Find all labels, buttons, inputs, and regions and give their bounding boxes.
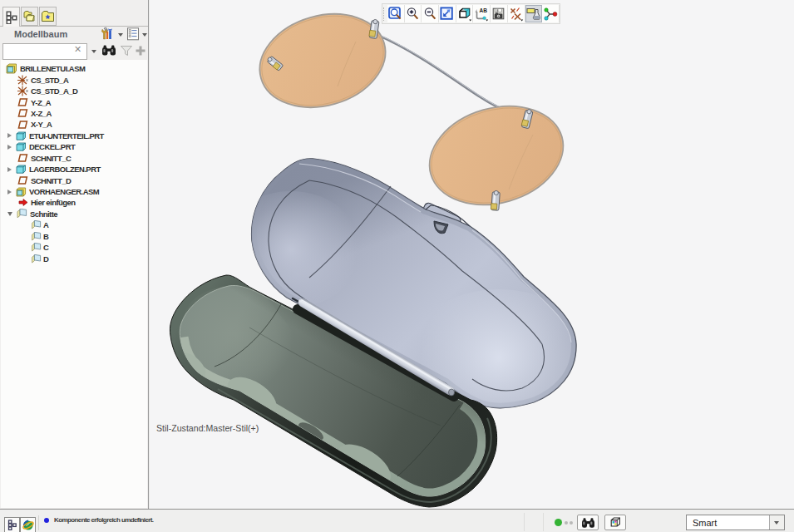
svg-text:Stil-Zustand:Master-Stil(+): Stil-Zustand:Master-Stil(+): [156, 423, 259, 433]
svg-text:AB: AB: [480, 7, 488, 13]
